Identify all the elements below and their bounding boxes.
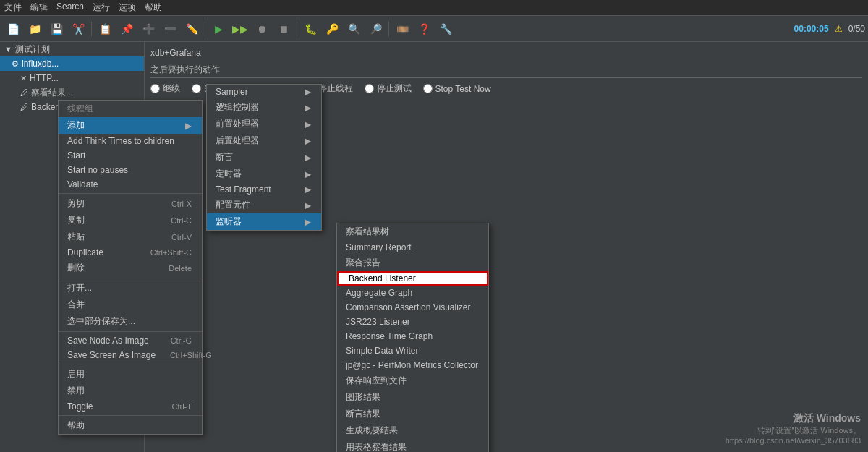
radio-stop-test-input[interactable]	[365, 84, 374, 93]
ctx-duplicate[interactable]: Duplicate Ctrl+Shift-C	[59, 245, 202, 260]
toolbar-search[interactable]: 🔍	[344, 19, 364, 39]
listener-comparison[interactable]: Comparison Assertion Visualizer	[337, 300, 488, 315]
ctx-paste-shortcut: Ctrl-V	[171, 233, 192, 242]
menu-bar[interactable]: 文件 编辑 Search 运行 选项 帮助	[4, 1, 162, 14]
menu-run[interactable]: 运行	[93, 1, 110, 14]
ctx-toggle[interactable]: Toggle Ctrl-T	[59, 399, 202, 414]
listener-summary-gen-label: 生成概要结果	[346, 425, 398, 437]
toolbar-stop2[interactable]: ⏹	[273, 19, 294, 39]
ctx-help[interactable]: 帮助	[59, 417, 202, 434]
sub-post-proc[interactable]: 后置处理器 ▶	[207, 132, 321, 149]
radio-stop-now[interactable]: Stop Test Now	[423, 84, 491, 94]
toolbar-question[interactable]: ❓	[414, 19, 434, 39]
sub-test-fragment[interactable]: Test Fragment ▶	[207, 182, 321, 197]
sub-assertion[interactable]: 断言 ▶	[207, 149, 321, 166]
radio-next-thread-input[interactable]	[192, 84, 201, 93]
ctx-save-screen[interactable]: Save Screen As Image Ctrl+Shift-G	[59, 348, 202, 362]
listener-save-response[interactable]: 保存响应到文件	[337, 372, 488, 389]
listener-agg-graph[interactable]: Aggregate Graph	[337, 286, 488, 300]
listener-table-view[interactable]: 用表格察看结果	[337, 439, 488, 452]
listener-jsr223[interactable]: JSR223 Listener	[337, 315, 488, 329]
listener-view-results[interactable]: 察看结果树	[337, 223, 488, 240]
toolbar-film[interactable]: 🎞️	[392, 19, 412, 39]
tree-test-plan[interactable]: ▼ 测试计划	[0, 42, 144, 56]
toolbar-key[interactable]: 🔑	[322, 19, 342, 39]
submenu-listener[interactable]: 察看结果树 Summary Report 聚合报告 Backend Listen…	[336, 223, 489, 452]
radio-stop-now-input[interactable]	[423, 84, 433, 93]
menu-options[interactable]: 选项	[119, 1, 136, 14]
listener-aggregate[interactable]: 聚合报告	[337, 255, 488, 271]
listener-assertion-results[interactable]: 断言结果	[337, 406, 488, 422]
ctx-merge[interactable]: 合并	[59, 297, 202, 313]
ctx-toggle-label: Toggle	[67, 401, 93, 412]
toolbar-run2[interactable]: ▶▶	[230, 19, 250, 39]
menu-search[interactable]: Search	[56, 1, 84, 14]
ctx-save-selected[interactable]: 选中部分保存为...	[59, 313, 202, 330]
ctx-paste-label: 粘贴	[67, 231, 85, 243]
menu-help[interactable]: 帮助	[145, 1, 162, 14]
listener-graph[interactable]: 图形结果	[337, 389, 488, 406]
ctx-disable[interactable]: 禁用	[59, 383, 202, 399]
ctx-open[interactable]: 打开...	[59, 280, 202, 297]
ctx-save-node[interactable]: Save Node As Image Ctrl-G	[59, 333, 202, 348]
ctx-start[interactable]: Start	[59, 148, 202, 163]
ctx-save-screen-shortcut: Ctrl+Shift-G	[170, 351, 212, 359]
toolbar-run[interactable]: ▶	[208, 19, 229, 39]
toolbar-save[interactable]: 💾	[46, 19, 67, 39]
ctx-toggle-shortcut: Ctrl-T	[172, 402, 192, 411]
sub-logic-ctrl-label: 逻辑控制器	[216, 101, 259, 114]
toolbar-copy[interactable]: 📋	[95, 19, 115, 39]
sub-config-elem[interactable]: 配置元件 ▶	[207, 197, 321, 213]
ctx-think-times[interactable]: Add Think Times to children	[59, 134, 202, 148]
toolbar-add[interactable]: ➕	[138, 19, 158, 39]
main-context-menu[interactable]: 线程组 添加 ▶ Add Think Times to children Sta…	[58, 100, 203, 435]
sub-timer[interactable]: 定时器 ▶	[207, 166, 321, 182]
menu-file[interactable]: 文件	[4, 1, 22, 14]
ctx-copy[interactable]: 复制 Ctrl-C	[59, 212, 202, 229]
ctx-validate[interactable]: Validate	[59, 177, 202, 192]
listener-jpgc[interactable]: jp@gc - PerfMon Metrics Collector	[337, 358, 488, 372]
ctx-start-no-pauses[interactable]: Start no pauses	[59, 163, 202, 177]
sub-pre-proc[interactable]: 前置处理器 ▶	[207, 116, 321, 132]
menu-edit[interactable]: 编辑	[30, 1, 48, 14]
ctx-validate-label: Validate	[67, 179, 98, 189]
toolbar-edit[interactable]: ✏️	[182, 19, 202, 39]
tree-view-results[interactable]: 🖊 察看结果...	[0, 85, 144, 100]
toolbar-close[interactable]: ✂️	[68, 19, 88, 39]
toolbar-paste[interactable]: 📌	[116, 19, 137, 39]
toolbar-open[interactable]: 📁	[25, 19, 45, 39]
sub-listener[interactable]: 监听器 ▶	[207, 213, 321, 230]
listener-summary-label: Summary Report	[346, 242, 412, 252]
ctx-duplicate-shortcut: Ctrl+Shift-C	[150, 248, 192, 257]
ctx-disable-label: 禁用	[67, 385, 85, 397]
listener-backend[interactable]: Backend Listener	[337, 271, 488, 286]
listener-response-time[interactable]: Response Time Graph	[337, 329, 488, 344]
radio-continue[interactable]: 继续	[150, 82, 180, 95]
ctx-enable[interactable]: 启用	[59, 366, 202, 383]
listener-backend-label: Backend Listener	[349, 273, 416, 283]
ctx-cut[interactable]: 剪切 Ctrl-X	[59, 195, 202, 212]
ctx-paste[interactable]: 粘贴 Ctrl-V	[59, 229, 202, 245]
listener-jpgc-label: jp@gc - PerfMon Metrics Collector	[346, 360, 478, 370]
toolbar-bug[interactable]: 🐛	[300, 19, 320, 39]
toolbar-zoom[interactable]: 🔎	[365, 19, 386, 39]
toolbar-new[interactable]: 📄	[3, 19, 23, 39]
sub-logic-ctrl[interactable]: 逻辑控制器 ▶	[207, 99, 321, 116]
listener-summary-gen[interactable]: 生成概要结果	[337, 422, 488, 439]
listener-simple-data[interactable]: Simple Data Writer	[337, 344, 488, 358]
toolbar-stop[interactable]: ⏺	[252, 19, 272, 39]
ctx-delete[interactable]: 删除 Delete	[59, 260, 202, 276]
radio-stop-test[interactable]: 停止测试	[365, 82, 412, 95]
tree-http[interactable]: ✕ HTTP...	[0, 71, 144, 85]
toolbar-minus[interactable]: ➖	[160, 19, 180, 39]
listener-summary[interactable]: Summary Report	[337, 240, 488, 255]
toolbar-extra[interactable]: 🔧	[435, 19, 456, 39]
ctx-add[interactable]: 添加 ▶	[59, 117, 202, 134]
radio-continue-input[interactable]	[150, 84, 160, 93]
sub-sampler[interactable]: Sampler ▶	[207, 85, 321, 99]
submenu-add[interactable]: Sampler ▶ 逻辑控制器 ▶ 前置处理器 ▶ 后置处理器 ▶ 断言 ▶ 定…	[206, 84, 322, 231]
ctx-header: 线程组	[59, 101, 202, 117]
tree-thread-group[interactable]: ⚙ influxdb...	[0, 56, 144, 71]
sub-timer-label: 定时器	[216, 168, 242, 180]
radio-stop-test-label: 停止测试	[377, 82, 412, 95]
